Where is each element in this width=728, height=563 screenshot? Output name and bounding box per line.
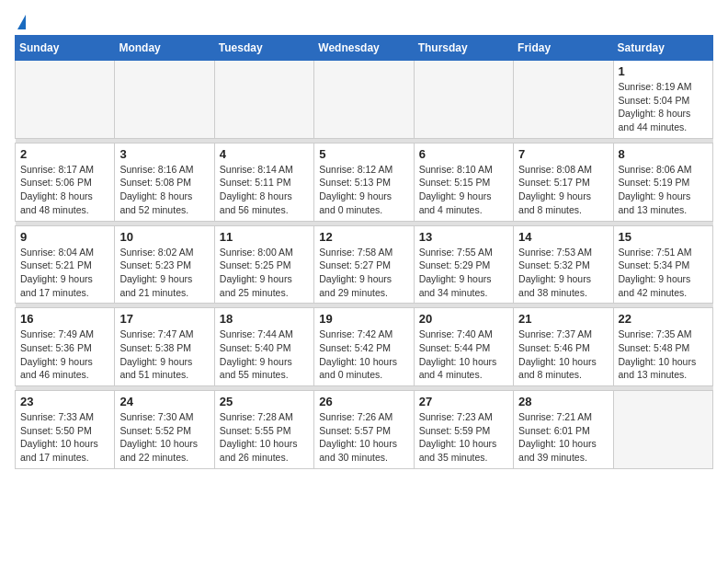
- day-number: 12: [319, 230, 408, 244]
- day-info: Sunrise: 7:55 AM Sunset: 5:29 PM Dayligh…: [419, 246, 508, 300]
- day-info: Sunrise: 8:14 AM Sunset: 5:11 PM Dayligh…: [220, 163, 309, 217]
- day-info: Sunrise: 8:12 AM Sunset: 5:13 PM Dayligh…: [319, 163, 408, 217]
- calendar-cell: [514, 61, 613, 139]
- day-info: Sunrise: 7:35 AM Sunset: 5:48 PM Dayligh…: [619, 327, 708, 382]
- logo-triangle-icon: [17, 15, 26, 29]
- calendar-cell: 1Sunrise: 8:19 AM Sunset: 5:04 PM Daylig…: [613, 61, 712, 139]
- logo: [15, 15, 26, 28]
- calendar-week-row: 1Sunrise: 8:19 AM Sunset: 5:04 PM Daylig…: [16, 61, 713, 139]
- day-info: Sunrise: 7:44 AM Sunset: 5:40 PM Dayligh…: [220, 327, 309, 382]
- calendar-cell: 27Sunrise: 7:23 AM Sunset: 5:59 PM Dayli…: [414, 391, 513, 469]
- day-info: Sunrise: 8:06 AM Sunset: 5:19 PM Dayligh…: [619, 163, 708, 217]
- calendar-cell: 7Sunrise: 8:08 AM Sunset: 5:17 PM Daylig…: [514, 143, 613, 221]
- day-info: Sunrise: 7:58 AM Sunset: 5:27 PM Dayligh…: [319, 246, 408, 300]
- day-number: 21: [518, 312, 608, 326]
- day-info: Sunrise: 8:00 AM Sunset: 5:25 PM Dayligh…: [220, 246, 309, 300]
- calendar-cell: [314, 61, 414, 139]
- day-info: Sunrise: 7:53 AM Sunset: 5:32 PM Dayligh…: [518, 246, 608, 300]
- day-info: Sunrise: 7:26 AM Sunset: 5:57 PM Dayligh…: [319, 410, 408, 465]
- day-number: 5: [319, 147, 408, 161]
- calendar-cell: [16, 61, 115, 139]
- calendar-cell: 12Sunrise: 7:58 AM Sunset: 5:27 PM Dayli…: [314, 225, 414, 304]
- calendar-cell: [214, 61, 313, 139]
- day-number: 25: [220, 395, 309, 408]
- calendar-cell: 5Sunrise: 8:12 AM Sunset: 5:13 PM Daylig…: [314, 143, 414, 221]
- calendar-cell: [115, 61, 214, 139]
- calendar-cell: 15Sunrise: 7:51 AM Sunset: 5:34 PM Dayli…: [613, 225, 712, 304]
- day-number: 3: [119, 147, 209, 161]
- calendar-cell: 26Sunrise: 7:26 AM Sunset: 5:57 PM Dayli…: [314, 391, 414, 469]
- calendar-cell: 9Sunrise: 8:04 AM Sunset: 5:21 PM Daylig…: [16, 225, 115, 304]
- calendar-header-row: SundayMondayTuesdayWednesdayThursdayFrid…: [16, 36, 713, 61]
- day-number: 17: [119, 312, 209, 326]
- calendar-cell: 2Sunrise: 8:17 AM Sunset: 5:06 PM Daylig…: [16, 143, 115, 221]
- day-info: Sunrise: 8:10 AM Sunset: 5:15 PM Dayligh…: [419, 163, 508, 217]
- day-info: Sunrise: 7:47 AM Sunset: 5:38 PM Dayligh…: [119, 327, 209, 382]
- day-info: Sunrise: 7:40 AM Sunset: 5:44 PM Dayligh…: [419, 327, 508, 382]
- weekday-header-thursday: Thursday: [414, 36, 513, 61]
- day-number: 24: [119, 395, 209, 408]
- calendar-cell: 8Sunrise: 8:06 AM Sunset: 5:19 PM Daylig…: [613, 143, 712, 221]
- day-info: Sunrise: 7:37 AM Sunset: 5:46 PM Dayligh…: [518, 327, 608, 382]
- day-number: 26: [319, 395, 408, 408]
- day-info: Sunrise: 8:02 AM Sunset: 5:23 PM Dayligh…: [119, 246, 209, 300]
- calendar-cell: [414, 61, 513, 139]
- calendar-week-row: 23Sunrise: 7:33 AM Sunset: 5:50 PM Dayli…: [16, 391, 713, 469]
- calendar-cell: 28Sunrise: 7:21 AM Sunset: 6:01 PM Dayli…: [514, 391, 613, 469]
- day-number: 20: [419, 312, 508, 326]
- day-info: Sunrise: 7:21 AM Sunset: 6:01 PM Dayligh…: [518, 410, 608, 465]
- calendar-cell: 21Sunrise: 7:37 AM Sunset: 5:46 PM Dayli…: [514, 308, 613, 386]
- day-info: Sunrise: 7:28 AM Sunset: 5:55 PM Dayligh…: [220, 410, 309, 465]
- day-number: 10: [119, 230, 209, 244]
- calendar-cell: 10Sunrise: 8:02 AM Sunset: 5:23 PM Dayli…: [115, 225, 214, 304]
- day-number: 14: [518, 230, 608, 244]
- day-number: 28: [518, 395, 608, 408]
- day-info: Sunrise: 8:04 AM Sunset: 5:21 PM Dayligh…: [20, 246, 109, 300]
- day-number: 6: [419, 147, 508, 161]
- calendar-cell: 20Sunrise: 7:40 AM Sunset: 5:44 PM Dayli…: [414, 308, 513, 386]
- calendar-cell: 18Sunrise: 7:44 AM Sunset: 5:40 PM Dayli…: [214, 308, 313, 386]
- calendar-cell: 25Sunrise: 7:28 AM Sunset: 5:55 PM Dayli…: [214, 391, 313, 469]
- calendar-cell: 24Sunrise: 7:30 AM Sunset: 5:52 PM Dayli…: [115, 391, 214, 469]
- weekday-header-sunday: Sunday: [16, 36, 115, 61]
- weekday-header-friday: Friday: [514, 36, 613, 61]
- calendar-cell: 23Sunrise: 7:33 AM Sunset: 5:50 PM Dayli…: [16, 391, 115, 469]
- calendar-table: SundayMondayTuesdayWednesdayThursdayFrid…: [15, 35, 713, 469]
- day-info: Sunrise: 7:49 AM Sunset: 5:36 PM Dayligh…: [20, 327, 109, 382]
- day-info: Sunrise: 8:16 AM Sunset: 5:08 PM Dayligh…: [119, 163, 209, 217]
- day-number: 22: [619, 312, 708, 326]
- day-number: 4: [220, 147, 309, 161]
- day-info: Sunrise: 7:42 AM Sunset: 5:42 PM Dayligh…: [319, 327, 408, 382]
- calendar-cell: 16Sunrise: 7:49 AM Sunset: 5:36 PM Dayli…: [16, 308, 115, 386]
- weekday-header-saturday: Saturday: [613, 36, 712, 61]
- calendar-cell: 19Sunrise: 7:42 AM Sunset: 5:42 PM Dayli…: [314, 308, 414, 386]
- day-number: 16: [20, 312, 109, 326]
- weekday-header-wednesday: Wednesday: [314, 36, 414, 61]
- day-info: Sunrise: 7:30 AM Sunset: 5:52 PM Dayligh…: [119, 410, 209, 465]
- day-number: 15: [619, 230, 708, 244]
- day-info: Sunrise: 8:08 AM Sunset: 5:17 PM Dayligh…: [518, 163, 608, 217]
- day-number: 27: [419, 395, 508, 408]
- calendar-week-row: 9Sunrise: 8:04 AM Sunset: 5:21 PM Daylig…: [16, 225, 713, 304]
- calendar-cell: 14Sunrise: 7:53 AM Sunset: 5:32 PM Dayli…: [514, 225, 613, 304]
- calendar-week-row: 2Sunrise: 8:17 AM Sunset: 5:06 PM Daylig…: [16, 143, 713, 221]
- day-info: Sunrise: 8:17 AM Sunset: 5:06 PM Dayligh…: [20, 163, 109, 217]
- day-number: 9: [20, 230, 109, 244]
- weekday-header-tuesday: Tuesday: [214, 36, 313, 61]
- day-info: Sunrise: 7:23 AM Sunset: 5:59 PM Dayligh…: [419, 410, 508, 465]
- day-number: 7: [518, 147, 608, 161]
- calendar-week-row: 16Sunrise: 7:49 AM Sunset: 5:36 PM Dayli…: [16, 308, 713, 386]
- calendar-cell: 6Sunrise: 8:10 AM Sunset: 5:15 PM Daylig…: [414, 143, 513, 221]
- calendar-cell: 17Sunrise: 7:47 AM Sunset: 5:38 PM Dayli…: [115, 308, 214, 386]
- day-number: 11: [220, 230, 309, 244]
- day-number: 18: [220, 312, 309, 326]
- day-number: 19: [319, 312, 408, 326]
- day-number: 1: [619, 64, 708, 78]
- day-info: Sunrise: 8:19 AM Sunset: 5:04 PM Dayligh…: [619, 80, 708, 134]
- calendar-cell: 3Sunrise: 8:16 AM Sunset: 5:08 PM Daylig…: [115, 143, 214, 221]
- calendar-cell: 4Sunrise: 8:14 AM Sunset: 5:11 PM Daylig…: [214, 143, 313, 221]
- day-number: 8: [619, 147, 708, 161]
- page-header: [15, 15, 713, 28]
- day-number: 2: [20, 147, 109, 161]
- calendar-cell: 13Sunrise: 7:55 AM Sunset: 5:29 PM Dayli…: [414, 225, 513, 304]
